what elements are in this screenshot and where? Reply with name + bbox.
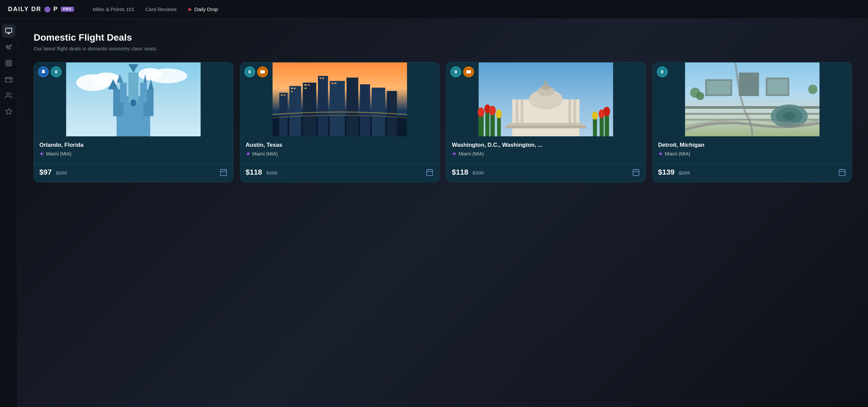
deal-card-detroit[interactable]: 0 Detroit, Michigan ★ Miami (MIA) $139 $… xyxy=(652,62,852,182)
badge-bell-orlando xyxy=(38,67,49,77)
card-origin-detroit: ★ Miami (MIA) xyxy=(658,150,846,157)
card-info-detroit: Detroit, Michigan ★ Miami (MIA) xyxy=(653,136,852,160)
card-price-washington: $118 xyxy=(452,168,468,176)
svg-point-107 xyxy=(808,84,817,94)
svg-rect-37 xyxy=(346,77,358,136)
star-icon-washington: ★ xyxy=(452,150,457,157)
sidebar-item-favorites[interactable] xyxy=(2,105,16,118)
card-badges-detroit: 0 xyxy=(657,67,668,77)
svg-rect-33 xyxy=(289,86,301,136)
svg-rect-89 xyxy=(633,170,639,176)
wallet-icon xyxy=(5,75,12,83)
table-icon xyxy=(5,60,12,67)
svg-rect-53 xyxy=(260,70,265,73)
card-price-detroit: $139 xyxy=(658,168,675,176)
calendar-icon-washington[interactable] xyxy=(632,168,640,176)
layout: Domestic Flight Deals Our latest flight … xyxy=(0,19,868,407)
card-badges-washington: 0 xyxy=(451,67,474,77)
svg-point-74 xyxy=(478,107,485,117)
deal-card-washington[interactable]: 0 Washington, D.C., Washington, ... ★ Mi… xyxy=(446,62,646,182)
washington-illustration xyxy=(446,63,646,136)
svg-rect-39 xyxy=(371,88,385,136)
badge-orange-washington xyxy=(463,67,474,77)
svg-rect-66 xyxy=(545,81,547,89)
plane-icon xyxy=(5,43,12,51)
sidebar-item-wallet[interactable] xyxy=(2,72,16,86)
svg-rect-49 xyxy=(319,77,321,79)
nav-card-reviews[interactable]: Card Reviews xyxy=(145,6,177,12)
svg-rect-6 xyxy=(5,77,12,82)
card-city-orlando: Orlando, Florida xyxy=(39,142,227,148)
sidebar-item-tv[interactable] xyxy=(2,24,16,38)
card-price-row-orlando: $97 $200 xyxy=(34,168,233,182)
logo[interactable]: DAILY DRP PRO xyxy=(8,6,74,13)
svg-rect-36 xyxy=(330,81,345,136)
svg-rect-43 xyxy=(291,88,292,89)
svg-rect-35 xyxy=(318,76,328,136)
card-original-price-detroit: $265 xyxy=(679,170,690,176)
card-price-austin: $118 xyxy=(246,168,262,176)
tv-icon xyxy=(5,27,12,35)
svg-rect-42 xyxy=(283,94,285,96)
card-image-washington: 0 xyxy=(446,63,646,136)
svg-point-78 xyxy=(489,106,496,115)
card-divider-austin xyxy=(240,164,439,164)
sidebar-item-people[interactable] xyxy=(2,89,16,102)
star-icon-austin: ★ xyxy=(246,150,250,157)
card-origin-orlando: ★ Miami (MIA) xyxy=(39,150,227,157)
deal-card-orlando[interactable]: 0 Orlando, Florida ★ Miami (MIA) $97 $20… xyxy=(34,62,233,182)
svg-rect-17 xyxy=(120,82,127,103)
nav-miles[interactable]: Miles & Points 101 xyxy=(93,6,134,12)
card-origin-austin: ★ Miami (MIA) xyxy=(246,150,434,157)
card-image-austin: 0 xyxy=(240,63,439,136)
svg-point-7 xyxy=(6,93,9,95)
card-divider-orlando xyxy=(34,164,233,164)
deal-card-austin[interactable]: 0 Austin, Texas ★ Miami (MIA) xyxy=(240,62,440,182)
card-divider-washington xyxy=(446,164,646,164)
card-price-group-austin: $118 $300 xyxy=(246,168,278,177)
svg-rect-44 xyxy=(293,88,295,89)
austin-illustration xyxy=(240,63,439,136)
card-badges-austin: 0 xyxy=(244,67,268,77)
card-badges-orlando: 0 xyxy=(38,67,62,77)
svg-point-82 xyxy=(603,107,610,116)
pro-badge: PRO xyxy=(61,7,74,12)
card-city-washington: Washington, D.C., Washington, ... xyxy=(452,142,640,148)
svg-rect-46 xyxy=(304,84,306,86)
card-image-detroit: 0 xyxy=(653,63,852,136)
card-price-row-austin: $118 $300 xyxy=(240,168,439,182)
card-price-orlando: $97 xyxy=(39,168,52,176)
calendar-icon-austin[interactable] xyxy=(426,168,434,176)
calendar-icon-orlando[interactable] xyxy=(219,168,227,176)
calendar-icon-detroit[interactable] xyxy=(838,168,846,176)
svg-rect-52 xyxy=(334,82,336,84)
svg-rect-34 xyxy=(303,82,316,136)
card-icon-austin xyxy=(260,69,265,74)
svg-rect-101 xyxy=(767,79,787,94)
nav-arrow-icon: ➤ xyxy=(187,6,192,13)
sidebar-item-flights[interactable] xyxy=(2,40,16,54)
svg-rect-48 xyxy=(304,88,306,89)
nav-daily-drop[interactable]: ➤ Daily Drop xyxy=(187,6,218,13)
svg-rect-69 xyxy=(568,99,571,123)
svg-point-106 xyxy=(696,92,704,100)
svg-rect-18 xyxy=(140,82,147,103)
svg-rect-108 xyxy=(839,170,845,176)
svg-rect-26 xyxy=(220,170,226,176)
sidebar xyxy=(0,19,18,407)
svg-point-86 xyxy=(592,111,598,120)
card-price-row-washington: $118 $300 xyxy=(446,168,646,182)
svg-rect-50 xyxy=(322,77,324,79)
bell-icon xyxy=(41,69,46,74)
sidebar-item-table[interactable] xyxy=(2,57,16,70)
svg-rect-75 xyxy=(486,109,490,136)
star-icon-orlando: ★ xyxy=(39,150,44,157)
svg-rect-99 xyxy=(739,72,759,96)
card-info-orlando: Orlando, Florida ★ Miami (MIA) xyxy=(34,136,233,160)
logo-text: DAILY DR xyxy=(8,6,41,13)
logo-text-2: P xyxy=(54,6,58,13)
people-icon xyxy=(5,92,12,99)
svg-rect-0 xyxy=(5,28,11,33)
svg-rect-55 xyxy=(427,170,433,176)
card-price-row-detroit: $139 $265 xyxy=(653,168,852,182)
